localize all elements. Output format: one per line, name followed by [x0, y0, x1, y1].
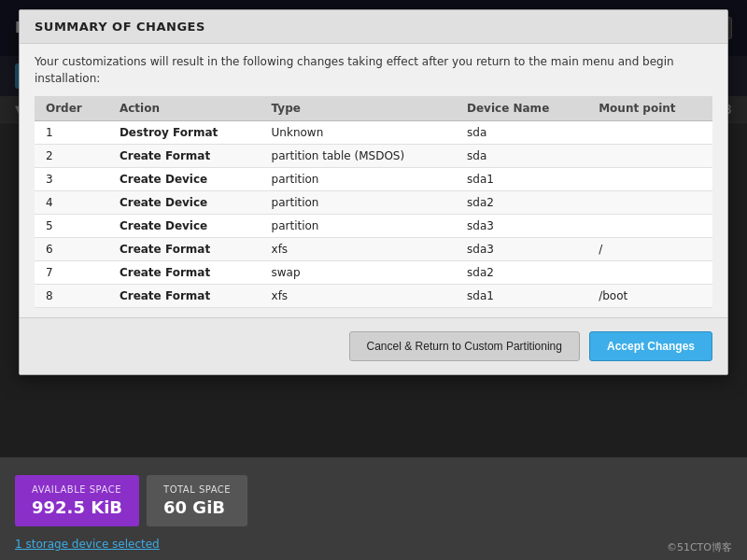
- cell-action: Destroy Format: [108, 121, 261, 145]
- cell-mount: [587, 121, 712, 145]
- cell-device: sda2: [456, 191, 587, 215]
- cancel-button[interactable]: Cancel & Return to Custom Partitioning: [349, 331, 580, 361]
- cell-order: 1: [35, 121, 108, 145]
- table-row: 4Create Devicepartitionsda2: [35, 191, 712, 215]
- modal-title: SUMMARY OF CHANGES: [35, 20, 205, 34]
- cell-order: 4: [35, 191, 108, 215]
- watermark: ©51CTO博客: [667, 540, 732, 554]
- col-type: Type: [261, 96, 456, 121]
- summary-modal: SUMMARY OF CHANGES Your customizations w…: [19, 9, 728, 375]
- cell-action: Create Device: [108, 191, 261, 215]
- cell-mount: [587, 191, 712, 215]
- cell-action: Create Format: [108, 145, 261, 168]
- modal-footer: Cancel & Return to Custom Partitioning A…: [20, 317, 727, 374]
- cell-mount: [587, 145, 712, 168]
- table-row: 1Destroy FormatUnknownsda: [35, 121, 712, 145]
- cell-device: sda1: [456, 168, 587, 191]
- cell-type: Unknown: [261, 121, 456, 145]
- col-order: Order: [35, 96, 108, 121]
- cell-order: 7: [35, 261, 108, 285]
- table-header-row: Order Action Type Device Name Mount poin…: [35, 96, 712, 121]
- modal-overlay: SUMMARY OF CHANGES Your customizations w…: [0, 0, 747, 457]
- cell-mount: [587, 168, 712, 191]
- cell-device: sda: [456, 121, 587, 145]
- cell-type: xfs: [261, 238, 456, 261]
- available-space-label: AVAILABLE SPACE: [32, 484, 122, 495]
- cell-mount: [587, 261, 712, 285]
- cell-order: 8: [35, 285, 108, 308]
- cell-order: 6: [35, 238, 108, 261]
- cell-device: sda1: [456, 285, 587, 308]
- cell-action: Create Format: [108, 261, 261, 285]
- cell-order: 5: [35, 215, 108, 238]
- available-space-box: AVAILABLE SPACE 992.5 KiB: [15, 475, 139, 526]
- cell-action: Create Device: [108, 215, 261, 238]
- cell-action: Create Device: [108, 168, 261, 191]
- cell-type: partition table (MSDOS): [261, 145, 456, 168]
- cell-device: sda3: [456, 215, 587, 238]
- cell-action: Create Format: [108, 238, 261, 261]
- table-row: 6Create Formatxfssda3/: [35, 238, 712, 261]
- space-indicators: AVAILABLE SPACE 992.5 KiB TOTAL SPACE 60…: [0, 468, 747, 534]
- col-mount: Mount point: [587, 96, 712, 121]
- cell-device: sda3: [456, 238, 587, 261]
- cell-type: xfs: [261, 285, 456, 308]
- storage-link[interactable]: 1 storage device selected: [0, 534, 747, 560]
- available-space-value: 992.5 KiB: [32, 497, 122, 517]
- total-space-box: TOTAL SPACE 60 GiB: [147, 475, 247, 526]
- accept-button[interactable]: Accept Changes: [589, 331, 712, 361]
- changes-table: Order Action Type Device Name Mount poin…: [35, 96, 712, 308]
- cell-type: partition: [261, 191, 456, 215]
- table-row: 3Create Devicepartitionsda1: [35, 168, 712, 191]
- total-space-value: 60 GiB: [163, 497, 231, 517]
- cell-device: sda: [456, 145, 587, 168]
- modal-description: Your customizations will result in the f…: [20, 44, 727, 96]
- cell-action: Create Format: [108, 285, 261, 308]
- cell-order: 3: [35, 168, 108, 191]
- col-device: Device Name: [456, 96, 587, 121]
- cell-device: sda2: [456, 261, 587, 285]
- modal-header: SUMMARY OF CHANGES: [20, 10, 727, 44]
- cell-mount: /boot: [587, 285, 712, 308]
- table-row: 5Create Devicepartitionsda3: [35, 215, 712, 238]
- bottom-bar: AVAILABLE SPACE 992.5 KiB TOTAL SPACE 60…: [0, 457, 747, 560]
- cell-mount: [587, 215, 712, 238]
- total-space-label: TOTAL SPACE: [163, 484, 231, 495]
- cell-type: partition: [261, 215, 456, 238]
- table-row: 2Create Formatpartition table (MSDOS)sda: [35, 145, 712, 168]
- table-row: 7Create Formatswapsda2: [35, 261, 712, 285]
- cell-type: partition: [261, 168, 456, 191]
- col-action: Action: [108, 96, 261, 121]
- table-row: 8Create Formatxfssda1/boot: [35, 285, 712, 308]
- cell-mount: /: [587, 238, 712, 261]
- cell-order: 2: [35, 145, 108, 168]
- cell-type: swap: [261, 261, 456, 285]
- changes-table-container: Order Action Type Device Name Mount poin…: [20, 96, 727, 317]
